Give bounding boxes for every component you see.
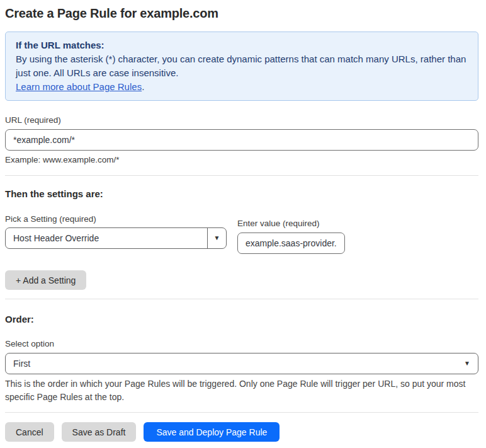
order-select[interactable]: First ▼ (5, 353, 478, 374)
info-box-body: By using the asterisk (*) character, you… (16, 52, 468, 94)
divider (5, 412, 478, 413)
enter-value-label: Enter value (required) (237, 219, 345, 229)
setting-value-input[interactable] (237, 233, 345, 254)
add-setting-button[interactable]: + Add a Setting (5, 270, 86, 290)
order-selected-value: First (6, 353, 456, 374)
order-help-text: This is the order in which your Page Rul… (5, 377, 478, 404)
order-select-label: Select option (5, 339, 478, 349)
order-select-arrow[interactable]: ▼ (456, 353, 478, 374)
info-box-heading: If the URL matches: (16, 38, 468, 52)
footer-actions: Cancel Save as Draft Save and Deploy Pag… (5, 422, 478, 442)
chevron-down-icon: ▼ (464, 360, 470, 367)
divider (5, 175, 478, 176)
save-as-draft-button[interactable]: Save as Draft (62, 422, 137, 442)
create-page-rule-form: Create a Page Rule for example.com If th… (0, 0, 486, 448)
pick-setting-column: Pick a Setting (required) Host Header Ov… (5, 214, 227, 254)
settings-section-heading: Then the settings are: (5, 188, 478, 200)
enter-value-column: Enter value (required) (237, 214, 345, 254)
order-section-heading: Order: (5, 314, 478, 325)
url-example-hint: Example: www.example.com/* (5, 155, 478, 165)
url-matches-info-box: If the URL matches: By using the asteris… (5, 32, 478, 101)
chevron-down-icon: ▼ (214, 235, 220, 241)
cancel-button[interactable]: Cancel (5, 422, 54, 442)
pick-setting-selected-value: Host Header Override (6, 228, 207, 248)
info-box-body-text: By using the asterisk (*) character, you… (16, 54, 466, 78)
page-title: Create a Page Rule for example.com (5, 5, 478, 21)
url-input[interactable] (5, 129, 478, 151)
save-and-deploy-button[interactable]: Save and Deploy Page Rule (144, 422, 280, 442)
pick-setting-select[interactable]: Host Header Override ▼ (5, 227, 227, 249)
pick-setting-label: Pick a Setting (required) (5, 214, 227, 224)
link-suffix: . (142, 81, 144, 92)
learn-more-link[interactable]: Learn more about Page Rules (16, 81, 142, 92)
setting-row: Pick a Setting (required) Host Header Ov… (5, 214, 478, 254)
url-label: URL (required) (5, 115, 478, 125)
pick-setting-arrow-button[interactable]: ▼ (207, 228, 226, 248)
divider (5, 299, 478, 299)
